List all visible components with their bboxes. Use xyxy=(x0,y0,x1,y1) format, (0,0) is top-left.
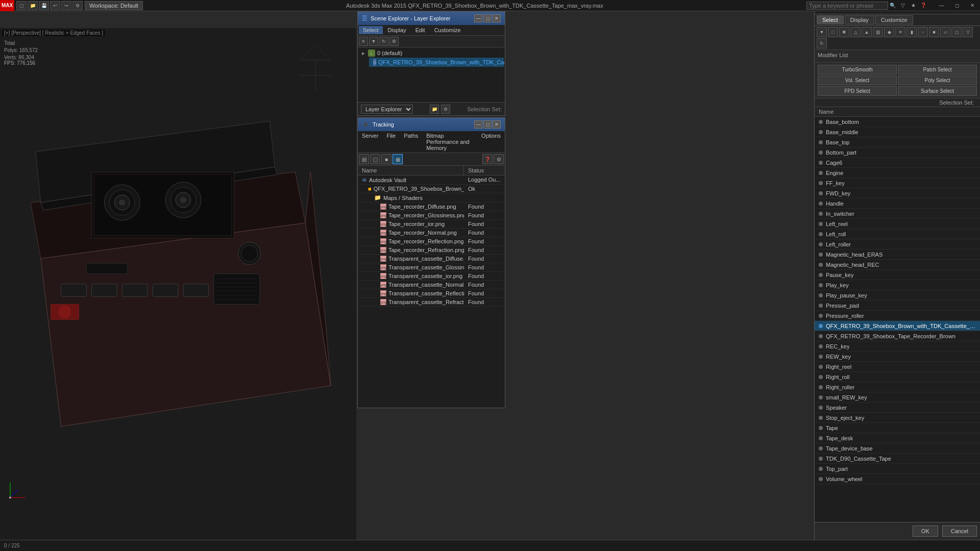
asset-tracking-table[interactable]: ☠Autodesk VaultLogged Ou...■QFX_RETRO_39… xyxy=(358,176,505,408)
file-menu[interactable]: File xyxy=(384,132,398,152)
sel-invert-icon[interactable]: △ xyxy=(850,27,861,37)
scene-list-item[interactable]: Top_part xyxy=(815,464,980,474)
scene-list-item[interactable]: Bottom_part xyxy=(815,147,980,158)
at-link-icon[interactable]: ■ xyxy=(381,154,391,164)
sel-shape-icon[interactable]: ◆ xyxy=(884,27,894,37)
help-icon[interactable]: ❓ xyxy=(919,1,928,10)
scene-list-item[interactable]: Engine xyxy=(815,168,980,178)
ok-button[interactable]: OK xyxy=(913,525,938,537)
server-menu[interactable]: Server xyxy=(360,132,380,152)
asset-tracking-row[interactable]: pngTransparent_cassette_Refraction.pngFo… xyxy=(358,298,505,307)
filter-icon[interactable]: ▽ xyxy=(898,1,908,10)
scene-list-item[interactable]: Cage6 xyxy=(815,158,980,168)
viewport[interactable] xyxy=(0,28,356,540)
sel-refresh-icon[interactable]: ↻ xyxy=(817,38,827,48)
layer-explorer-dropdown[interactable]: Layer Explorer xyxy=(361,105,413,114)
sel-space-icon[interactable]: ■ xyxy=(929,27,939,37)
bookmark-icon[interactable]: ★ xyxy=(909,1,918,10)
tab-display[interactable]: Display xyxy=(384,26,410,34)
filter-icon[interactable]: ▼ xyxy=(369,37,378,46)
scene-list-item[interactable]: FF_key xyxy=(815,178,980,188)
paths-menu[interactable]: Paths xyxy=(402,132,420,152)
select-tab-customize[interactable]: Customize xyxy=(875,15,913,24)
render-icon[interactable]: ⚙ xyxy=(72,1,83,10)
poly-select-btn[interactable]: Poly Select xyxy=(898,76,977,85)
sel-light-icon[interactable]: ☀ xyxy=(895,27,905,37)
scene-list-item[interactable]: QFX_RETRO_39_Shoebox_Brown_with_TDK_Cass… xyxy=(815,321,980,331)
bitmap-menu[interactable]: Bitmap Performance and Memory xyxy=(424,132,475,152)
scene-list-item[interactable]: Left_reel xyxy=(815,219,980,229)
scene-list-item[interactable]: Magnetic_head_REC xyxy=(815,260,980,270)
scene-list-item[interactable]: Magnetic_head_ERAS xyxy=(815,249,980,260)
tree-item-layer[interactable]: ► L 0 (default) xyxy=(359,48,504,58)
asset-tracking-restore[interactable]: ◻ xyxy=(483,120,492,129)
scene-list-item[interactable]: TDK_D90_Cassette_Tape xyxy=(815,454,980,464)
vol-select-btn[interactable]: Vol. Select xyxy=(818,76,897,85)
scene-explorer-restore[interactable]: ◻ xyxy=(483,14,492,22)
scene-list-item[interactable]: Handle xyxy=(815,198,980,209)
scene-list-item[interactable]: Pause_key xyxy=(815,270,980,280)
scene-list-item[interactable]: Base_top xyxy=(815,137,980,147)
asset-tracking-row[interactable]: pngTransparent_cassette_ior.pngFound xyxy=(358,272,505,281)
turbos-smooth-btn[interactable]: TurboSmooth xyxy=(818,65,897,74)
tab-customize[interactable]: Customize xyxy=(430,26,465,34)
undo-icon[interactable]: ↩ xyxy=(50,1,60,10)
options-menu[interactable]: Options xyxy=(479,132,503,152)
asset-tracking-row[interactable]: pngTransparent_cassette_Normal.pngFound xyxy=(358,281,505,289)
scene-list-item[interactable]: REW_key xyxy=(815,352,980,362)
tab-edit[interactable]: Edit xyxy=(411,26,429,34)
open-icon[interactable]: 📁 xyxy=(28,1,38,10)
patch-select-btn[interactable]: Patch Select xyxy=(898,65,977,74)
close-button[interactable]: ✕ xyxy=(965,0,980,11)
asset-tracking-row[interactable]: pngTransparent_cassette_Reflection.pngFo… xyxy=(358,289,505,298)
scene-list-item[interactable]: Pressue_pad xyxy=(815,300,980,311)
scene-explorer-close[interactable]: ✕ xyxy=(493,14,501,22)
asset-tracking-row[interactable]: pngTape_recorder_Diffuse.pngFound xyxy=(358,203,505,211)
scene-list-item[interactable]: Base_middle xyxy=(815,127,980,137)
search-mode-icon[interactable]: 🔍 xyxy=(888,1,897,10)
maximize-button[interactable]: ◻ xyxy=(949,0,965,11)
scene-list-item[interactable]: Base_bottom xyxy=(815,117,980,127)
asset-tracking-row[interactable]: ■QFX_RETRO_39_Shoebox_Brown_with_TDK_...… xyxy=(358,185,505,193)
select-tab-select[interactable]: Select xyxy=(817,15,844,24)
keyword-search-input[interactable] xyxy=(806,2,888,10)
scene-list-item[interactable]: Play_pause_key xyxy=(815,290,980,300)
scene-list-item[interactable]: Speaker xyxy=(815,403,980,413)
asset-tracking-row[interactable]: pngTransparent_cassette_Diffuse.pngFound xyxy=(358,255,505,263)
clear-icon[interactable]: ✕ xyxy=(359,37,368,46)
gear-icon[interactable]: ⚙ xyxy=(389,37,399,46)
scene-explorer-minimize[interactable]: — xyxy=(474,14,482,22)
scene-list-item[interactable]: Tape_device_base xyxy=(815,443,980,454)
scene-object-list[interactable]: Base_bottomBase_middleBase_topBottom_par… xyxy=(815,117,980,522)
scene-list-item[interactable]: small_REW_key xyxy=(815,392,980,403)
at-settings-icon[interactable]: ⚙ xyxy=(494,154,504,164)
surface-select-btn[interactable]: Surface Select xyxy=(898,86,977,96)
asset-tracking-close[interactable]: ✕ xyxy=(493,120,501,129)
scene-list-item[interactable]: FWD_key xyxy=(815,188,980,198)
scene-list-item[interactable]: Left_roll xyxy=(815,229,980,239)
scene-list-item[interactable]: Right_reel xyxy=(815,362,980,372)
asset-tracking-minimize[interactable]: — xyxy=(474,120,482,129)
save-icon[interactable]: 💾 xyxy=(39,1,49,10)
asset-tracking-row[interactable]: ☠Autodesk VaultLogged Ou... xyxy=(358,176,505,185)
sel-container-icon[interactable]: ◻ xyxy=(951,27,962,37)
folder-tool-icon[interactable]: 📁 xyxy=(430,105,439,114)
workspace-button[interactable]: Workspace: Default xyxy=(85,1,143,10)
scene-list-item[interactable]: Right_roller xyxy=(815,382,980,392)
tab-select[interactable]: Select xyxy=(359,26,383,34)
asset-tracking-row[interactable]: pngTape_recorder_Glossiness.pngFound xyxy=(358,211,505,220)
minimize-button[interactable]: — xyxy=(934,0,949,11)
at-grid-icon[interactable]: ▦ xyxy=(393,154,403,164)
sel-deselect-icon[interactable]: ✖ xyxy=(839,27,849,37)
asset-tracking-row[interactable]: pngTape_recorder_ior.pngFound xyxy=(358,220,505,229)
sel-helper-icon[interactable]: ▫ xyxy=(918,27,928,37)
settings-tool-icon[interactable]: ⚙ xyxy=(441,105,450,114)
scene-list-item[interactable]: Tape xyxy=(815,423,980,433)
at-database-icon[interactable]: ▤ xyxy=(359,154,369,164)
sel-cam-icon[interactable]: ▮ xyxy=(906,27,917,37)
at-file-icon[interactable]: ▢ xyxy=(370,154,380,164)
scene-list-item[interactable]: Volume_wheel xyxy=(815,474,980,484)
fpd-select-btn[interactable]: FPD Select xyxy=(818,86,897,96)
scene-list-item[interactable]: Stop_eject_key xyxy=(815,413,980,423)
select-tab-display[interactable]: Display xyxy=(845,15,874,24)
